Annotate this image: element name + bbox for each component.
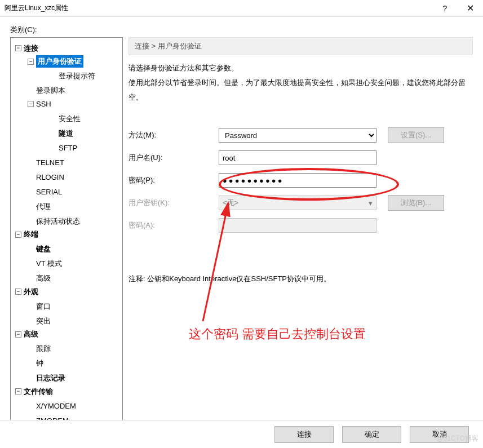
settings-panel: 连接 > 用户身份验证 请选择身份验证方法和其它参数。 使用此部分以节省登录时间… [128, 37, 473, 420]
category-label: 类别(C): [10, 25, 473, 35]
description: 请选择身份验证方法和其它参数。 使用此部分以节省登录时间。但是，为了最大限度地提… [128, 61, 473, 105]
settings-button[interactable]: 设置(S)... [388, 127, 444, 143]
tree-keepalive[interactable]: 保持活动状态 [26, 215, 81, 228]
tree-vtmode[interactable]: VT 模式 [26, 258, 63, 270]
ok-button[interactable]: 确定 [342, 426, 401, 443]
tree-rlogin[interactable]: RLOGIN [26, 171, 65, 184]
password-label: 密码(P): [128, 175, 219, 185]
tree-tunnel[interactable]: 隧道 [49, 127, 74, 140]
userkey-select: <无>▾ [219, 196, 376, 210]
help-button[interactable]: ? [432, 0, 458, 17]
tree-proxy[interactable]: 代理 [26, 201, 52, 213]
tree-advanced[interactable]: −高级 [14, 328, 39, 340]
tree-bell[interactable]: 钟 [26, 357, 45, 370]
collapse-icon[interactable]: − [15, 289, 21, 295]
dialog-footer: 连接 确定 取消 [0, 420, 483, 448]
category-tree[interactable]: −连接 −用户身份验证 登录提示符 登录脚本 −SSH 安全性 隧道 SFTP [10, 37, 123, 420]
method-select[interactable]: Password [219, 128, 376, 143]
tree-filetransfer[interactable]: −文件传输 [14, 385, 54, 398]
tree-adv-term[interactable]: 高级 [26, 272, 52, 285]
password-input[interactable] [219, 173, 376, 188]
tree-sftp[interactable]: SFTP [49, 142, 78, 154]
tree-telnet[interactable]: TELNET [26, 157, 65, 169]
chevron-down-icon: ▾ [369, 199, 373, 207]
breadcrumb: 连接 > 用户身份验证 [128, 37, 473, 55]
username-input[interactable] [219, 150, 376, 165]
tree-ssh[interactable]: −SSH [26, 98, 52, 110]
collapse-icon[interactable]: − [15, 331, 21, 338]
tree-appearance[interactable]: −外观 [14, 286, 39, 298]
tree-window[interactable]: 窗口 [26, 300, 52, 313]
connect-button[interactable]: 连接 [274, 426, 334, 443]
note-text: 注释: 公钥和Keyboard Interactive仅在SSH/SFTP协议中… [128, 274, 473, 284]
cancel-button[interactable]: 取消 [410, 426, 469, 443]
method-label: 方法(M): [128, 130, 219, 140]
titlebar: 阿里云Linux_xzc属性 ? ✕ [0, 0, 483, 17]
tree-log[interactable]: 日志记录 [26, 372, 67, 384]
keypassword-label: 密码(A): [128, 220, 219, 230]
userkey-label: 用户密钥(K): [128, 198, 219, 208]
username-label: 用户名(U): [128, 153, 219, 163]
tree-security[interactable]: 安全性 [49, 113, 82, 125]
tree-connection[interactable]: −连接 [14, 42, 39, 55]
tree-highlight[interactable]: 突出 [26, 315, 52, 327]
browse-button[interactable]: 浏览(B)... [388, 195, 444, 211]
tree-auth[interactable]: −用户身份验证 [26, 55, 85, 68]
collapse-icon[interactable]: − [28, 59, 34, 65]
tree-keyboard[interactable]: 键盘 [26, 243, 52, 255]
window-title: 阿里云Linux_xzc属性 [5, 3, 432, 13]
tree-serial[interactable]: SERIAL [26, 186, 63, 198]
tree-prompt[interactable]: 登录提示符 [49, 70, 96, 82]
collapse-icon[interactable]: − [15, 232, 21, 238]
tree-xymodem[interactable]: X/YMODEM [26, 400, 77, 412]
tree-script[interactable]: 登录脚本 [26, 85, 67, 97]
collapse-icon[interactable]: − [28, 101, 34, 107]
tree-trace[interactable]: 跟踪 [26, 343, 52, 355]
close-button[interactable]: ✕ [458, 0, 483, 17]
collapse-icon[interactable]: − [15, 45, 21, 51]
keypassword-input [219, 218, 376, 233]
tree-terminal[interactable]: −终端 [14, 228, 39, 241]
collapse-icon[interactable]: − [15, 388, 21, 394]
